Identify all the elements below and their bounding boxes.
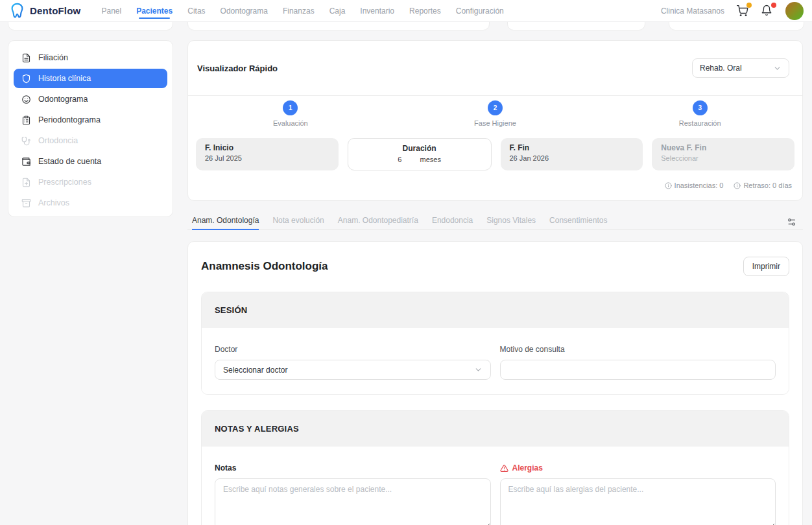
box-title: F. Inicio [205, 143, 329, 152]
motive-field: Motivo de consulta [500, 345, 776, 380]
end-date-box: F. Fin 26 Jan 2026 [501, 138, 643, 170]
sidebar-item-label: Filiación [38, 53, 68, 62]
nav-finanzas[interactable]: Finanzas [283, 1, 315, 21]
notes-section-header: NOTAS Y ALERGIAS [202, 411, 789, 447]
sidebar-item-odontograma[interactable]: Odontograma [14, 89, 167, 109]
duration-unit: meses [420, 156, 440, 163]
step-label: Fase Higiene [474, 119, 516, 127]
navbar-right: Clinica Matasanos [661, 2, 804, 20]
duration-number: 6 [398, 156, 401, 163]
delay-text: Retraso: 0 días [743, 181, 792, 189]
bell-badge [771, 3, 776, 8]
nav-inventario[interactable]: Inventario [360, 1, 394, 21]
notes-field: Notas [215, 463, 491, 525]
brand[interactable]: DentoFlow [8, 2, 80, 19]
box-value: 26 Jul 2025 [205, 154, 329, 162]
clipboard-icon [21, 115, 31, 125]
patient-sidebar: Filiación Historia clínica Odontograma P… [8, 40, 173, 217]
sidebar-item-ortodoncia: Ortodoncia [14, 131, 167, 150]
box-title: Nueva F. Fin [661, 143, 785, 152]
delay-stat: Retraso: 0 días [734, 181, 792, 189]
treatment-plan-dropdown[interactable]: Rehab. Oral [692, 58, 789, 78]
anamnesis-header: Anamnesis Odontología Imprimir [201, 257, 789, 276]
doctor-field: Doctor Seleccionar doctor [215, 345, 491, 380]
step-fase-higiene: 2 Fase Higiene [393, 100, 598, 127]
sidebar-item-estado-de-cuenta[interactable]: Estado de cuenta [14, 152, 167, 171]
smile-icon [21, 95, 31, 104]
main-nav: Panel Pacientes Citas Odontograma Finanz… [101, 1, 503, 21]
tooth-logo-icon [8, 2, 26, 19]
notes-section-body: Notas Alergias [202, 447, 789, 525]
tab-nota-evolucion[interactable]: Nota evolución [272, 214, 324, 230]
tab-signos-vitales[interactable]: Signos Vitales [486, 214, 536, 230]
new-end-date-box[interactable]: Nueva F. Fin Seleccionar [652, 138, 794, 170]
nav-panel[interactable]: Panel [101, 1, 121, 21]
nav-citas[interactable]: Citas [187, 1, 205, 21]
nav-pacientes[interactable]: Pacientes [136, 1, 173, 21]
step-label: Restauración [679, 119, 721, 127]
duration-value: 6 meses [357, 156, 482, 163]
tab-settings-icon[interactable] [787, 214, 803, 229]
file-text-icon [21, 53, 31, 63]
sidebar-item-filiacion[interactable]: Filiación [14, 48, 167, 67]
tab-consentimientos[interactable]: Consentimientos [549, 214, 607, 230]
tab-anam-odontopediatria[interactable]: Anam. Odontopediatría [338, 214, 418, 230]
tab-endodoncia[interactable]: Endodoncia [432, 214, 473, 230]
box-title: F. Fin [510, 143, 634, 152]
absences-text: Inasistencias: 0 [675, 181, 724, 189]
sidebar-item-label: Estado de cuenta [38, 157, 101, 166]
session-section-header: SESIÓN [202, 292, 789, 328]
allergies-label: Alergias [500, 463, 776, 472]
motive-label: Motivo de consulta [500, 345, 776, 354]
sidebar-item-historia-clinica[interactable]: Historia clínica [14, 69, 167, 88]
session-section-body: Doctor Seleccionar doctor Motivo de cons… [202, 328, 789, 394]
warning-triangle-icon [500, 464, 508, 472]
tab-anam-odontologia[interactable]: Anam. Odontología [192, 214, 259, 230]
chevron-down-icon [773, 64, 782, 73]
history-tabs: Anam. Odontología Nota evolución Anam. O… [187, 214, 803, 230]
sidebar-item-label: Periodontograma [38, 115, 101, 124]
notes-textarea[interactable] [215, 478, 491, 525]
duration-box[interactable]: Duración 6 meses [348, 138, 492, 170]
nav-odontograma[interactable]: Odontograma [221, 1, 268, 21]
nav-caja[interactable]: Caja [329, 1, 346, 21]
sidebar-item-label: Archivos [38, 198, 69, 207]
step-restauracion: 3 Restauración [597, 100, 802, 127]
sidebar-item-label: Historia clínica [38, 74, 91, 83]
sidebar-item-archivos: Archivos [14, 193, 167, 213]
nav-reportes[interactable]: Reportes [409, 1, 441, 21]
top-navbar: DentoFlow Panel Pacientes Citas Odontogr… [0, 0, 812, 21]
brand-name: DentoFlow [30, 5, 80, 16]
session-section: SESIÓN Doctor Seleccionar doctor Motivo … [201, 292, 789, 395]
motive-input[interactable] [500, 360, 776, 380]
archive-icon [21, 198, 31, 208]
step-number: 1 [283, 100, 298, 115]
quick-visualizer-card: Visualizador Rápido Rehab. Oral 1 Evalua… [187, 40, 803, 201]
sidebar-item-label: Prescripciones [38, 178, 91, 187]
shield-icon [21, 74, 31, 84]
nav-configuracion[interactable]: Configuración [456, 1, 504, 21]
user-avatar[interactable] [785, 2, 804, 20]
cart-badge [746, 3, 752, 8]
doctor-select[interactable]: Seleccionar doctor [215, 360, 491, 380]
box-title: Duración [357, 144, 482, 153]
notes-label: Notas [215, 463, 491, 472]
date-boxes: F. Inicio 26 Jul 2025 Duración 6 meses F… [188, 138, 802, 170]
chevron-down-icon [474, 366, 483, 374]
allergies-textarea[interactable] [500, 478, 776, 525]
anamnesis-title: Anamnesis Odontología [201, 260, 328, 273]
step-evaluacion: 1 Evaluación [188, 100, 393, 127]
allergies-field: Alergias [500, 463, 776, 525]
print-button[interactable]: Imprimir [743, 257, 789, 276]
box-value: Seleccionar [661, 154, 785, 162]
cart-icon[interactable] [736, 5, 749, 18]
app-viewport: DentoFlow Panel Pacientes Citas Odontogr… [0, 0, 812, 525]
step-label: Evaluación [273, 119, 308, 127]
info-icon [734, 182, 741, 189]
absences-stat: Inasistencias: 0 [665, 181, 724, 189]
phase-stepper: 1 Evaluación 2 Fase Higiene 3 Restauraci… [188, 100, 802, 127]
sidebar-item-prescripciones: Prescripciones [14, 172, 167, 192]
bell-icon[interactable] [761, 5, 774, 18]
box-value: 26 Jan 2026 [510, 154, 634, 162]
sidebar-item-periodontograma[interactable]: Periodontograma [14, 110, 167, 130]
